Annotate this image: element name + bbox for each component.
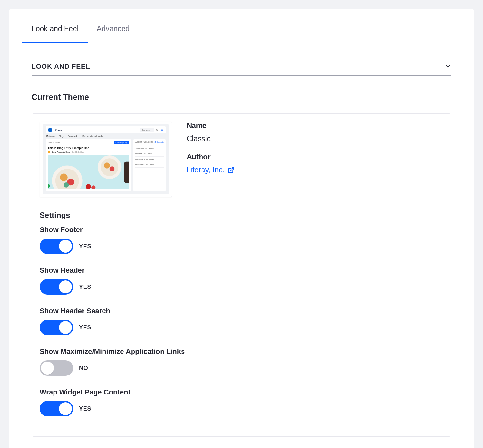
toggle-knob: [59, 280, 72, 293]
svg-point-2: [162, 129, 163, 130]
toggle-row: NO: [40, 360, 443, 376]
thumb-archive-item: October 2017 Entries: [135, 151, 164, 157]
thumb-archive-item: November 2017 Entries: [135, 157, 164, 162]
toggle-state-text: YES: [79, 243, 91, 250]
meta-name-value: Classic: [187, 134, 235, 143]
toggle-switch[interactable]: [40, 360, 73, 376]
toggle-state-text: NO: [79, 365, 88, 372]
toggle-knob: [59, 240, 72, 253]
theme-meta: Name Classic Author Liferay, Inc.: [187, 122, 235, 197]
chevron-down-icon[interactable]: [444, 63, 451, 70]
thumb-asset-publisher: ASSET PUBLISHER: [135, 141, 153, 143]
thumb-side: ASSET PUBLISHER ⦿ Subscribe September 20…: [133, 139, 166, 191]
theme-top: Liferay Search... Welcome Blogs Bookmark…: [40, 122, 443, 197]
svg-point-15: [86, 184, 91, 189]
svg-point-7: [60, 173, 68, 181]
svg-line-18: [231, 167, 234, 170]
thumb-entry-title: This is Blog Entry Example One: [48, 146, 129, 150]
section-title: LOOK AND FEEL: [32, 63, 90, 70]
setting-item: Show HeaderYES: [40, 266, 443, 295]
thumb-header: Liferay Search...: [46, 126, 166, 133]
toggle-row: YES: [40, 320, 443, 335]
avatar-icon: [48, 151, 50, 153]
svg-point-0: [156, 129, 158, 131]
user-icon: [161, 129, 163, 131]
thumb-logo: Liferay: [48, 128, 62, 132]
thumb-nav-item: Welcome: [46, 135, 55, 137]
tabs-bar: Look and Feel Advanced: [32, 18, 451, 43]
thumb-add-blog-button: + Add Blog Entry: [114, 141, 129, 144]
setting-label: Wrap Widget Page Content: [40, 388, 443, 396]
thumb-inner: Liferay Search... Welcome Blogs Bookmark…: [43, 124, 169, 194]
thumb-nav-item: Bookmarks: [68, 135, 79, 137]
thumb-subscribe: ⦿ Subscribe: [154, 141, 164, 143]
thumb-nav-item: Blogs: [59, 135, 64, 137]
svg-point-11: [101, 158, 118, 176]
thumb-nav: Welcome Blogs Bookmarks Documents and Me…: [46, 135, 166, 137]
current-theme-heading: Current Theme: [32, 93, 451, 102]
setting-item: Show FooterYES: [40, 226, 443, 254]
setting-item: Show Header SearchYES: [40, 307, 443, 335]
toggle-switch[interactable]: [40, 320, 73, 335]
toggle-state-text: YES: [79, 324, 91, 331]
settings-heading: Settings: [40, 211, 443, 220]
settings-list: Show FooterYESShow HeaderYESShow Header …: [40, 226, 443, 416]
theme-thumbnail[interactable]: Liferay Search... Welcome Blogs Bookmark…: [40, 122, 172, 197]
toggle-switch[interactable]: [40, 401, 73, 416]
thumb-brand: Liferay: [54, 129, 62, 131]
thumb-byline: David Aragonés Otero Sep 01, 2:53 pm: [48, 151, 129, 153]
thumb-author: David Aragonés Otero: [52, 151, 70, 153]
toggle-knob: [59, 402, 72, 415]
theme-panel: Liferay Search... Welcome Blogs Bookmark…: [32, 113, 451, 437]
author-link-text: Liferay, Inc.: [187, 166, 224, 174]
author-link[interactable]: Liferay, Inc.: [187, 166, 235, 174]
setting-label: Show Header Search: [40, 307, 443, 315]
section-header[interactable]: LOOK AND FEEL: [32, 63, 451, 76]
toggle-state-text: YES: [79, 284, 91, 290]
svg-point-13: [110, 166, 115, 171]
thumb-date: Sep 01, 2:53 pm: [72, 151, 84, 153]
external-link-icon: [228, 167, 235, 174]
toggle-switch[interactable]: [40, 239, 73, 254]
tab-look-and-feel[interactable]: Look and Feel: [32, 18, 79, 43]
meta-author-label: Author: [187, 153, 235, 161]
toggle-switch[interactable]: [40, 279, 73, 295]
thumb-main-head: BLOGS HOME + Add Blog Entry: [48, 141, 129, 144]
toggle-row: YES: [40, 401, 443, 416]
setting-label: Show Footer: [40, 226, 443, 234]
config-card: Look and Feel Advanced LOOK AND FEEL Cur…: [9, 9, 474, 448]
toggle-knob: [41, 362, 54, 375]
thumb-blogs-home: BLOGS HOME: [48, 142, 61, 144]
liferay-logo-icon: [48, 128, 52, 132]
thumb-body: BLOGS HOME + Add Blog Entry This is Blog…: [46, 139, 166, 191]
svg-point-9: [64, 182, 69, 188]
thumb-main: BLOGS HOME + Add Blog Entry This is Blog…: [46, 139, 131, 191]
toggle-row: YES: [40, 239, 443, 254]
svg-line-1: [158, 131, 159, 131]
thumb-archive-item: September 2017 Entries: [135, 146, 164, 151]
thumb-search-box: Search...: [140, 128, 154, 132]
thumb-search-area: Search...: [140, 128, 163, 132]
thumb-archive-item: December 2017 Entries: [135, 162, 164, 168]
setting-label: Show Maximize/Minimize Application Links: [40, 347, 443, 356]
setting-item: Wrap Widget Page ContentYES: [40, 388, 443, 416]
tab-advanced[interactable]: Advanced: [97, 18, 130, 43]
search-icon: [156, 129, 159, 131]
toggle-knob: [59, 321, 72, 334]
thumb-photo: [48, 155, 129, 189]
setting-label: Show Header: [40, 266, 443, 275]
svg-point-12: [104, 162, 110, 168]
svg-rect-14: [124, 162, 129, 183]
thumb-nav-item: Documents and Media: [82, 135, 103, 137]
toggle-row: YES: [40, 279, 443, 295]
toggle-state-text: YES: [79, 405, 91, 412]
meta-name-label: Name: [187, 122, 235, 130]
setting-item: Show Maximize/Minimize Application Links…: [40, 347, 443, 376]
thumb-side-head: ASSET PUBLISHER ⦿ Subscribe: [135, 141, 164, 143]
